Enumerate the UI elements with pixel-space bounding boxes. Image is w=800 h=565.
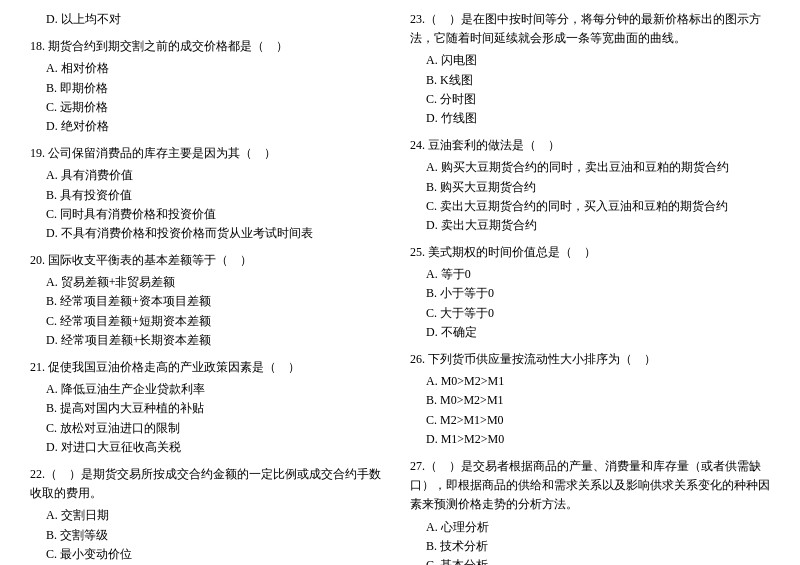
q20-optionB: B. 经常项目差额+资本项目差额 xyxy=(30,292,390,311)
q23-optionD: D. 竹线图 xyxy=(410,109,770,128)
q26-optionC: C. M2>M1>M0 xyxy=(410,411,770,430)
q24-title: 24. 豆油套利的做法是（ ） xyxy=(410,136,770,155)
q18-optionB: B. 即期价格 xyxy=(30,79,390,98)
q25-optionB: B. 小于等于0 xyxy=(410,284,770,303)
q23-optionA: A. 闪电图 xyxy=(410,51,770,70)
q19-optionA: A. 具有消费价值 xyxy=(30,166,390,185)
q26-optionD: D. M1>M2>M0 xyxy=(410,430,770,449)
q21-optionD: D. 对进口大豆征收高关税 xyxy=(30,438,390,457)
right-column: 23.（ ）是在图中按时间等分，将每分钟的最新价格标出的图示方法，它随着时间延续… xyxy=(410,10,770,565)
q25-optionD: D. 不确定 xyxy=(410,323,770,342)
q23-block: 23.（ ）是在图中按时间等分，将每分钟的最新价格标出的图示方法，它随着时间延续… xyxy=(410,10,770,128)
q20-block: 20. 国际收支平衡表的基本差额等于（ ） A. 贸易差额+非贸易差额 B. 经… xyxy=(30,251,390,350)
q21-title: 21. 促使我国豆油价格走高的产业政策因素是（ ） xyxy=(30,358,390,377)
q27-block: 27.（ ）是交易者根据商品的产量、消费量和库存量（或者供需缺口），即根据商品的… xyxy=(410,457,770,565)
q21-optionB: B. 提高对国内大豆种植的补贴 xyxy=(30,399,390,418)
q22-optionA: A. 交割日期 xyxy=(30,506,390,525)
q24-optionC: C. 卖出大豆期货合约的同时，买入豆油和豆粕的期货合约 xyxy=(410,197,770,216)
q27-optionA: A. 心理分析 xyxy=(410,518,770,537)
q19-optionB: B. 具有投资价值 xyxy=(30,186,390,205)
q19-optionC: C. 同时具有消费价格和投资价值 xyxy=(30,205,390,224)
q23-optionC: C. 分时图 xyxy=(410,90,770,109)
q26-block: 26. 下列货币供应量按流动性大小排序为（ ） A. M0>M2>M1 B. M… xyxy=(410,350,770,449)
q25-optionA: A. 等于0 xyxy=(410,265,770,284)
q21-optionC: C. 放松对豆油进口的限制 xyxy=(30,419,390,438)
q20-title: 20. 国际收支平衡表的基本差额等于（ ） xyxy=(30,251,390,270)
q25-title: 25. 美式期权的时间价值总是（ ） xyxy=(410,243,770,262)
q26-optionB: B. M0>M2>M1 xyxy=(410,391,770,410)
q21-block: 21. 促使我国豆油价格走高的产业政策因素是（ ） A. 降低豆油生产企业贷款利… xyxy=(30,358,390,457)
q18-optionD: D. 绝对价格 xyxy=(30,117,390,136)
q18-title: 18. 期货合约到期交割之前的成交价格都是（ ） xyxy=(30,37,390,56)
q26-title: 26. 下列货币供应量按流动性大小排序为（ ） xyxy=(410,350,770,369)
q20-optionC: C. 经常项目差额+短期资本差额 xyxy=(30,312,390,331)
q22-optionB: B. 交割等级 xyxy=(30,526,390,545)
q18-prefix-option: D. 以上均不对 xyxy=(30,10,390,29)
q20-optionD: D. 经常项目差额+长期资本差额 xyxy=(30,331,390,350)
q19-optionD: D. 不具有消费价格和投资价格而货从业考试时间表 xyxy=(30,224,390,243)
q18-optionC: C. 远期价格 xyxy=(30,98,390,117)
q27-optionC: C. 基本分析 xyxy=(410,556,770,565)
q27-title: 27.（ ）是交易者根据商品的产量、消费量和库存量（或者供需缺口），即根据商品的… xyxy=(410,457,770,515)
q24-optionD: D. 卖出大豆期货合约 xyxy=(410,216,770,235)
q24-block: 24. 豆油套利的做法是（ ） A. 购买大豆期货合约的同时，卖出豆油和豆粕的期… xyxy=(410,136,770,235)
q23-title: 23.（ ）是在图中按时间等分，将每分钟的最新价格标出的图示方法，它随着时间延续… xyxy=(410,10,770,48)
q25-block: 25. 美式期权的时间价值总是（ ） A. 等于0 B. 小于等于0 C. 大于… xyxy=(410,243,770,342)
q26-optionA: A. M0>M2>M1 xyxy=(410,372,770,391)
q20-optionA: A. 贸易差额+非贸易差额 xyxy=(30,273,390,292)
left-column: D. 以上均不对 18. 期货合约到期交割之前的成交价格都是（ ） A. 相对价… xyxy=(30,10,390,565)
q24-optionB: B. 购买大豆期货合约 xyxy=(410,178,770,197)
q27-optionB: B. 技术分析 xyxy=(410,537,770,556)
q19-title: 19. 公司保留消费品的库存主要是因为其（ ） xyxy=(30,144,390,163)
q25-optionC: C. 大于等于0 xyxy=(410,304,770,323)
q18-prefix-block: D. 以上均不对 xyxy=(30,10,390,29)
q18-optionA: A. 相对价格 xyxy=(30,59,390,78)
q24-optionA: A. 购买大豆期货合约的同时，卖出豆油和豆粕的期货合约 xyxy=(410,158,770,177)
q23-optionB: B. K线图 xyxy=(410,71,770,90)
q22-optionC: C. 最小变动价位 xyxy=(30,545,390,564)
q22-title: 22.（ ）是期货交易所按成交合约金额的一定比例或成交合约手数收取的费用。 xyxy=(30,465,390,503)
q21-optionA: A. 降低豆油生产企业贷款利率 xyxy=(30,380,390,399)
q18-block: 18. 期货合约到期交割之前的成交价格都是（ ） A. 相对价格 B. 即期价格… xyxy=(30,37,390,136)
q19-block: 19. 公司保留消费品的库存主要是因为其（ ） A. 具有消费价值 B. 具有投… xyxy=(30,144,390,243)
q22-block: 22.（ ）是期货交易所按成交合约金额的一定比例或成交合约手数收取的费用。 A.… xyxy=(30,465,390,565)
